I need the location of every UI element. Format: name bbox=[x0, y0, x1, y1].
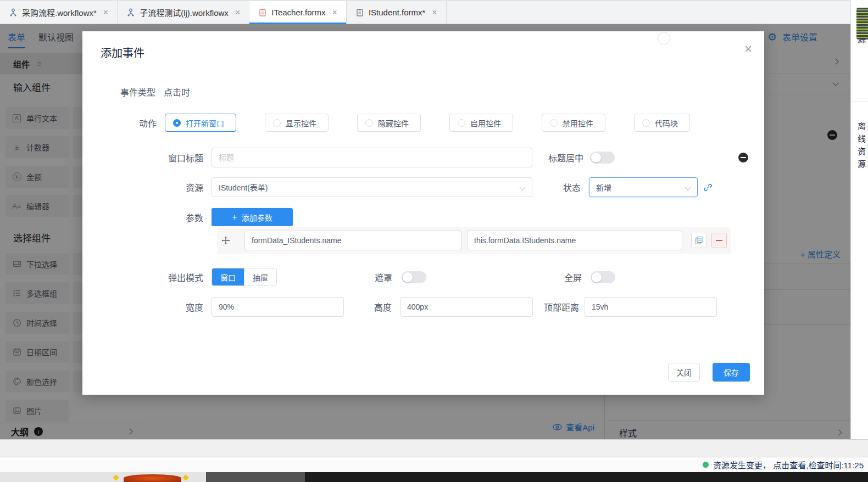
green-status-dot bbox=[703, 462, 709, 468]
close-icon[interactable]: × bbox=[744, 42, 752, 55]
height-label: 高度 bbox=[374, 300, 392, 313]
close-icon[interactable]: × bbox=[103, 8, 108, 18]
window-title-input[interactable] bbox=[212, 148, 532, 167]
bottom-spacer-bar bbox=[0, 439, 868, 457]
close-icon[interactable]: × bbox=[235, 8, 240, 18]
plus-icon: + bbox=[232, 212, 237, 222]
workflow-icon bbox=[9, 8, 18, 17]
close-icon[interactable]: × bbox=[432, 8, 437, 18]
radio-icon bbox=[365, 119, 373, 127]
action-radio-hide-control[interactable]: 隐藏控件 bbox=[357, 114, 421, 132]
param-row bbox=[217, 227, 731, 254]
action-radio-show-control[interactable]: 显示控件 bbox=[265, 114, 329, 132]
workflow-icon bbox=[126, 8, 135, 17]
tab-label: IStudent.formx* bbox=[369, 8, 425, 17]
status-select[interactable] bbox=[589, 177, 698, 197]
minimap-thumbnail bbox=[856, 8, 868, 40]
width-label: 宽度 bbox=[82, 300, 203, 313]
close-button[interactable]: 关闭 bbox=[668, 363, 700, 382]
save-button[interactable]: 保存 bbox=[713, 363, 750, 382]
radio-icon bbox=[642, 119, 650, 127]
add-event-dialog: 添加事件 × 事件类型 点击时 动作 打开新窗口 显示控件 隐藏控件 bbox=[82, 31, 764, 395]
param-name-input[interactable] bbox=[244, 231, 461, 250]
resource-select[interactable] bbox=[212, 177, 532, 197]
top-distance-input[interactable] bbox=[585, 297, 717, 317]
drag-handle-icon[interactable] bbox=[221, 236, 230, 245]
remove-event-icon[interactable] bbox=[738, 153, 748, 162]
top-distance-label: 顶部距离 bbox=[544, 300, 579, 313]
form-icon bbox=[258, 8, 267, 17]
param-label: 参数 bbox=[82, 211, 203, 224]
form-icon bbox=[355, 8, 364, 17]
width-input[interactable] bbox=[212, 297, 344, 317]
title-center-label: 标题居中 bbox=[548, 151, 583, 164]
tab-label: ITeacher.formx bbox=[271, 8, 325, 17]
fullscreen-toggle[interactable] bbox=[591, 271, 615, 283]
copy-icon[interactable] bbox=[691, 233, 706, 248]
tab-label: 子流程测试(lj).workflowx bbox=[140, 7, 229, 18]
action-radio-enable-control[interactable]: 启用控件 bbox=[449, 114, 513, 132]
popup-mode-drawer-option[interactable]: 抽屉 bbox=[244, 268, 276, 285]
action-radio-open-new-window[interactable]: 打开新窗口 bbox=[165, 114, 236, 132]
resource-label: 资源 bbox=[82, 181, 203, 194]
event-type-label: 事件类型 bbox=[82, 85, 155, 98]
radio-icon bbox=[273, 119, 281, 127]
radio-icon bbox=[458, 119, 465, 127]
tab-label: 采购流程.workflowx* bbox=[22, 7, 97, 18]
status-message[interactable]: 资源发生变更， 点击查看,检查时间:11:25 bbox=[713, 459, 864, 470]
close-icon[interactable]: × bbox=[332, 8, 337, 18]
status-bar: 资源发生变更， 点击查看,检查时间:11:25 bbox=[0, 457, 868, 472]
taskbar-logo bbox=[124, 474, 181, 482]
add-param-button[interactable]: + 添加参数 bbox=[212, 208, 293, 226]
param-value-input[interactable] bbox=[467, 231, 682, 250]
action-radio-disable-control[interactable]: 禁用控件 bbox=[542, 114, 605, 132]
remove-param-button[interactable] bbox=[711, 233, 727, 248]
fullscreen-label: 全屏 bbox=[564, 271, 582, 284]
popup-mode-window-option[interactable]: 窗口 bbox=[212, 268, 244, 285]
file-tab-bar: 采购流程.workflowx* × 子流程测试(lj).workflowx × … bbox=[0, 0, 868, 24]
link-icon[interactable] bbox=[703, 183, 713, 192]
tab-workflow-2[interactable]: 子流程测试(lj).workflowx × bbox=[118, 1, 249, 24]
mask-label: 遮罩 bbox=[375, 271, 392, 284]
ghost-avatar-icon bbox=[658, 32, 670, 44]
dialog-title: 添加事件 bbox=[101, 44, 144, 60]
action-radio-code-block[interactable]: 代码块 bbox=[634, 114, 690, 132]
title-center-toggle[interactable] bbox=[590, 152, 615, 164]
radio-icon bbox=[173, 119, 181, 127]
right-dock-strip: 数据源 离线资源 bbox=[850, 0, 868, 439]
height-input[interactable] bbox=[400, 297, 533, 317]
tab-istudent-formx[interactable]: IStudent.formx* × bbox=[347, 1, 447, 24]
popup-mode-segmented: 窗口 抽屉 bbox=[212, 268, 277, 286]
action-label: 动作 bbox=[82, 116, 157, 130]
os-taskbar bbox=[0, 472, 868, 482]
mask-toggle[interactable] bbox=[402, 271, 426, 283]
status-label: 状态 bbox=[563, 181, 581, 194]
offline-resource-dock-button[interactable]: 离线资源 bbox=[855, 122, 867, 172]
window-title-label: 窗口标题 bbox=[82, 151, 203, 164]
tab-iteacher-formx[interactable]: ITeacher.formx × bbox=[249, 1, 347, 24]
tab-workflow-1[interactable]: 采购流程.workflowx* × bbox=[0, 1, 118, 24]
app-window: 采购流程.workflowx* × 子流程测试(lj).workflowx × … bbox=[0, 0, 868, 482]
popup-mode-label: 弹出模式 bbox=[82, 271, 203, 284]
radio-icon bbox=[550, 119, 558, 127]
event-type-value: 点击时 bbox=[164, 85, 190, 98]
